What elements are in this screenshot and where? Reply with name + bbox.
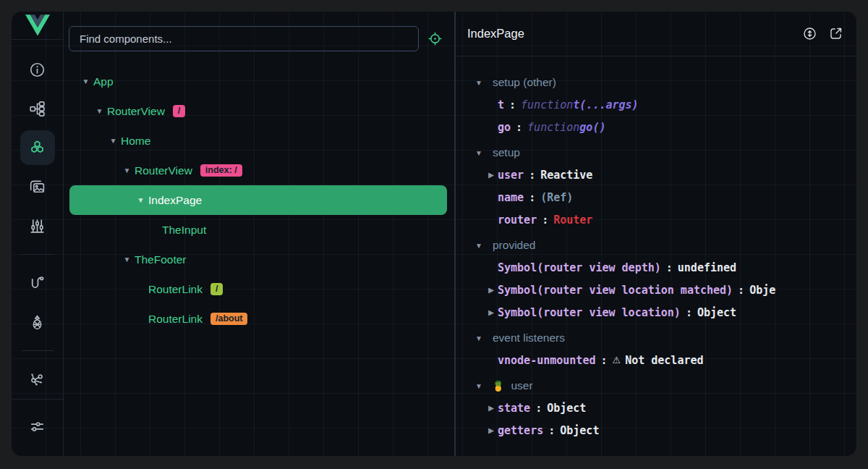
tree-row[interactable]: ▼IndexPage <box>69 185 447 215</box>
property-row[interactable]: router:Router <box>467 208 856 231</box>
search-row <box>64 12 454 65</box>
component-tree-icon <box>28 100 46 118</box>
section-header[interactable]: ▼setup <box>467 142 856 164</box>
property-row[interactable]: ▶state:Object <box>467 397 856 419</box>
key-value-separator: : <box>595 354 612 367</box>
pinia-tab-button[interactable] <box>20 305 55 339</box>
search-input[interactable] <box>69 26 419 51</box>
components-tab-button[interactable] <box>20 130 55 165</box>
component-name: RouterView <box>107 105 165 118</box>
property-key: Symbol(router view depth) <box>498 261 661 274</box>
expand-arrow-icon[interactable]: ▼ <box>80 77 92 85</box>
route-badge: index: / <box>200 164 242 177</box>
property-value: undefined <box>678 261 736 274</box>
section-label: setup <box>493 146 520 159</box>
inspector-header: IndexPage <box>456 12 856 56</box>
section-label: event listeners <box>493 331 565 345</box>
property-row[interactable]: ▶Symbol(router view location):Object <box>467 301 856 324</box>
property-value: go() <box>579 121 605 134</box>
expand-arrow-icon[interactable]: ▶ <box>485 404 498 412</box>
tree-row[interactable]: ▼TheFooter <box>69 245 447 274</box>
collapse-arrow-icon: ▼ <box>472 334 486 342</box>
component-name: TheInput <box>162 224 206 237</box>
component-name: Home <box>121 135 150 148</box>
rail-bottom <box>12 399 63 456</box>
property-row[interactable]: t:function t(...args) <box>467 93 856 116</box>
info-icon <box>28 61 46 79</box>
expand-arrow-icon[interactable]: ▶ <box>485 308 498 316</box>
pinia-icon <box>28 313 46 331</box>
property-row[interactable]: ▶user:Reactive <box>467 164 856 186</box>
expand-arrow-icon[interactable]: ▶ <box>485 426 498 434</box>
property-value: t(...args) <box>573 98 638 111</box>
inspector-section: ▼setup (other)t:function t(...args)go:fu… <box>467 72 856 138</box>
property-row[interactable]: vnode-unmounted:⚠Not declared <box>467 349 856 371</box>
expand-arrow-icon[interactable]: ▼ <box>107 137 119 145</box>
tree-row[interactable]: TheInput <box>69 215 447 245</box>
section-header[interactable]: ▼setup (other) <box>467 72 856 93</box>
settings-button[interactable] <box>20 409 55 444</box>
inspector-section: ▼setup▶user:Reactivename: (Ref)router:Ro… <box>467 142 856 231</box>
inspector-title: IndexPage <box>467 27 791 41</box>
key-value-separator: : <box>661 261 678 274</box>
property-value: Reactive <box>540 169 592 182</box>
tree-row[interactable]: ▼App <box>69 67 447 96</box>
property-key: t <box>498 98 504 111</box>
key-value-separator: : <box>543 424 560 437</box>
assets-tab-button[interactable] <box>20 169 55 204</box>
component-name: RouterLink <box>148 283 203 296</box>
router-tab-button[interactable] <box>20 266 55 300</box>
property-row[interactable]: ▶Symbol(router view location matched):Ob… <box>467 279 856 301</box>
open-in-editor-icon[interactable] <box>828 26 843 41</box>
component-name: IndexPage <box>148 194 202 207</box>
property-value: (Ref) <box>540 191 573 204</box>
tree-row[interactable]: RouterLink/ <box>69 274 447 304</box>
expand-arrow-icon[interactable]: ▼ <box>93 107 106 115</box>
pinia-store-icon: 🍍 <box>492 380 504 392</box>
expand-arrow-icon[interactable]: ▼ <box>121 166 133 174</box>
property-value: Router <box>553 214 592 227</box>
section-header[interactable]: ▼🍍user <box>467 375 856 397</box>
property-key: vnode-unmounted <box>498 354 595 367</box>
inspect-target-button[interactable] <box>427 31 443 46</box>
route-badge: / <box>210 283 223 296</box>
component-name: TheFooter <box>135 253 187 266</box>
section-label: setup (other) <box>493 76 556 89</box>
key-value-separator: : <box>681 306 697 319</box>
section-label: provided <box>493 239 535 252</box>
tree-row[interactable]: ▼RouterView/ <box>69 96 447 126</box>
rail-divider <box>22 254 54 255</box>
key-value-separator: : <box>511 121 527 134</box>
warning-icon: ⚠ <box>613 355 626 366</box>
vue-logo-icon <box>25 14 50 36</box>
timeline-tab-button[interactable] <box>20 208 55 243</box>
property-value: Object <box>547 402 586 415</box>
component-tree-pane: ▼App▼RouterView/▼Home▼RouterViewindex: /… <box>64 12 456 456</box>
property-row[interactable]: ▶getters:Object <box>467 419 856 441</box>
info-tab-button[interactable] <box>20 52 55 87</box>
property-row[interactable]: name: (Ref) <box>467 186 856 208</box>
router-icon <box>28 274 46 292</box>
expand-arrow-icon[interactable]: ▼ <box>135 196 147 204</box>
expand-arrow-icon[interactable]: ▶ <box>485 171 498 179</box>
component-tree-tab-button[interactable] <box>20 91 55 126</box>
property-key: name <box>498 191 524 204</box>
tree-row[interactable]: ▼Home <box>69 126 447 156</box>
inspector-pane: IndexPage ▼setup (other)t:function t(...… <box>456 12 856 456</box>
key-value-separator: : <box>733 284 749 297</box>
scroll-to-component-icon[interactable] <box>802 26 817 41</box>
assets-icon <box>28 178 46 196</box>
section-header[interactable]: ▼event listeners <box>467 327 856 349</box>
property-value: Obje <box>749 284 775 297</box>
tree-row[interactable]: RouterLink/about <box>69 304 447 334</box>
expand-arrow-icon[interactable]: ▶ <box>485 286 498 294</box>
section-header[interactable]: ▼provided <box>467 234 856 256</box>
property-row[interactable]: go:function go() <box>467 116 856 138</box>
property-row[interactable]: Symbol(router view depth):undefined <box>467 256 856 279</box>
component-name: App <box>93 75 114 88</box>
inspector-section: ▼event listenersvnode-unmounted:⚠Not dec… <box>467 327 856 371</box>
expand-arrow-icon[interactable]: ▼ <box>121 255 133 263</box>
graph-tab-button[interactable] <box>20 362 55 397</box>
tree-row[interactable]: ▼RouterViewindex: / <box>69 156 447 185</box>
icon-rail <box>12 12 64 456</box>
